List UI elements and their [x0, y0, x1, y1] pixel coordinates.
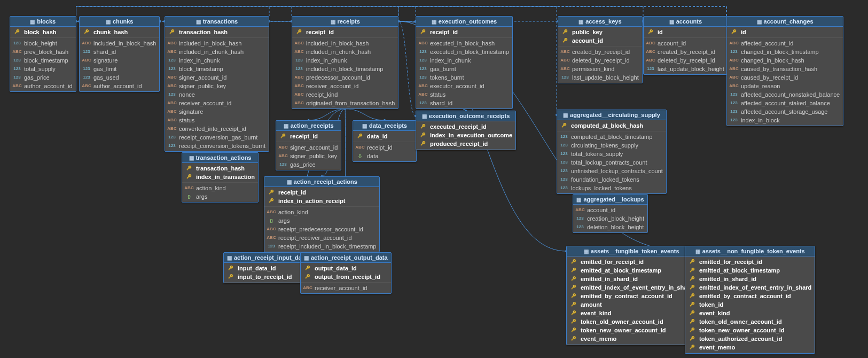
text-type-icon: ABC [560, 48, 570, 56]
key-type-icon: 🔑 [687, 284, 697, 291]
table-aggregated__lockups[interactable]: ▦aggregated__lockupsABCaccount_id123crea… [573, 194, 648, 233]
table-aggregated__circulating_supply[interactable]: ▦aggregated__circulating_supply🔑computed… [557, 110, 667, 194]
column-row: ABCsignature [165, 107, 269, 116]
table-execution_outcomes[interactable]: ▦execution_outcomes🔑receipt_idABCexecute… [416, 16, 513, 109]
columns-section: 123computed_at_block_timestamp123circula… [557, 131, 666, 193]
key-type-icon: 🔑 [303, 264, 312, 272]
table-transactions[interactable]: ▦transactions🔑transaction_hashABCinclude… [165, 16, 269, 152]
column-name: unfinished_lockup_contracts_count [571, 167, 663, 175]
table-execution_outcome_receipts[interactable]: ▦execution_outcome_receipts🔑executed_rec… [416, 111, 516, 150]
table-title-label: account_changes [764, 18, 814, 25]
column-row: 🔑token_new_owner_account_id [685, 326, 815, 334]
column-row: ABCcaused_by_transaction_hash [727, 65, 843, 73]
column-row: 🔑block_hash [10, 28, 76, 36]
table-title-label: execution_outcome_receipts [429, 113, 510, 119]
text-type-icon: ABC [294, 99, 304, 107]
number-type-icon: 123 [418, 57, 428, 64]
column-name: transaction_hash [196, 165, 245, 172]
column-row: 123last_update_block_height [644, 65, 728, 73]
column-name: event_memo [581, 335, 616, 343]
data-type-icon: {} [267, 217, 276, 224]
table-blocks[interactable]: ▦blocks🔑block_hash123block_heightABCprev… [10, 16, 76, 92]
key-type-icon: 🔑 [559, 122, 569, 129]
column-name: id [741, 28, 746, 36]
key-type-icon: 🔑 [569, 284, 578, 291]
table-chunks[interactable]: ▦chunks🔑chunk_hashABCincluded_in_block_h… [79, 16, 160, 92]
table-receipts[interactable]: ▦receipts🔑receipt_idABCincluded_in_block… [292, 16, 398, 109]
table-title: ▦blocks [10, 17, 76, 27]
table-action_receipts[interactable]: ▦action_receipts🔑receipt_idABCsigner_acc… [276, 120, 341, 170]
number-type-icon: 123 [12, 57, 22, 64]
table-title-label: action_receipt_actions [294, 178, 357, 185]
table-assets__fungible_token_events[interactable]: ▦assets__fungible_token_events🔑emitted_f… [566, 246, 697, 345]
primary-key-section: 🔑receipt_id [292, 27, 398, 38]
text-type-icon: ABC [184, 184, 194, 192]
key-type-icon: 🔑 [687, 344, 697, 351]
column-row: 123gas_used [80, 73, 159, 82]
column-name: status [179, 116, 194, 124]
table-title-label: assets__fungible_token_events [591, 248, 679, 254]
column-row: 123gas_burnt [416, 65, 512, 73]
column-name: chunk_hash [93, 28, 128, 36]
table-assets__non_fungible_token_events[interactable]: ▦assets__non_fungible_token_events🔑emitt… [685, 246, 815, 354]
table-transaction_actions[interactable]: ▦transaction_actions🔑transaction_hash🔑in… [182, 152, 259, 203]
column-name: gas_price [24, 74, 50, 81]
column-row: ABCsigner_public_key [276, 152, 341, 160]
column-row: 🔑receipt_id [292, 28, 398, 36]
column-row: ABCsigner_account_id [165, 73, 269, 82]
table-title-label: aggregated__circulating_supply [570, 112, 660, 118]
table-access_keys[interactable]: ▦access_keys🔑public_key🔑account_idABCcre… [558, 16, 643, 83]
key-type-icon: 🔑 [729, 28, 739, 36]
key-type-icon: 🔑 [267, 189, 276, 196]
column-row: 123receipt_included_in_block_timestamp [264, 242, 379, 251]
column-name: index_in_execution_outcome [430, 131, 512, 139]
table-action_receipt_actions[interactable]: ▦action_receipt_actions🔑receipt_id🔑index… [264, 176, 380, 252]
text-type-icon: ABC [560, 65, 570, 73]
table-action_receipt_input_data[interactable]: ▦action_receipt_input_data🔑input_data_id… [223, 252, 310, 283]
relationship-edge [398, 6, 726, 16]
column-name: update_reason [741, 82, 780, 90]
column-name: receiver_account_id [315, 284, 367, 292]
primary-key-section: 🔑receipt_id [276, 131, 341, 142]
table-data_receipts[interactable]: ▦data_receipts🔑data_idABCreceipt_id{}dat… [353, 120, 417, 162]
table-title-label: action_receipt_output_data [311, 254, 388, 261]
column-row: 123affected_account_storage_usage [727, 107, 843, 116]
column-name: emitted_in_shard_id [581, 275, 638, 283]
columns-section: ABCincluded_in_block_hashABCincluded_in_… [165, 38, 269, 151]
table-title: ▦action_receipts [276, 121, 341, 131]
table-icon: ▦ [287, 179, 292, 185]
table-accounts[interactable]: ▦accounts🔑idABCaccount_idABCcreated_by_r… [643, 16, 728, 75]
relationship-edge [345, 109, 385, 120]
table-title: ▦transactions [165, 17, 269, 27]
column-row: 🔑amount [567, 300, 696, 309]
column-row: ABCaction_kind [264, 208, 379, 216]
number-type-icon: 123 [559, 133, 569, 141]
column-row: 🔑emitted_at_block_timestamp [685, 266, 815, 275]
primary-key-section: 🔑data_id [353, 131, 416, 142]
text-type-icon: ABC [167, 48, 177, 56]
text-type-icon: ABC [575, 206, 585, 214]
column-row: 123block_timestamp [10, 56, 76, 65]
column-row: 123unfinished_lockup_contracts_count [557, 167, 666, 175]
number-type-icon: 123 [418, 65, 428, 73]
column-name: total_lockup_contracts_count [571, 159, 647, 166]
number-type-icon: 123 [167, 134, 177, 141]
key-type-icon: 🔑 [569, 267, 578, 274]
text-type-icon: ABC [82, 82, 91, 90]
text-type-icon: ABC [355, 144, 365, 151]
column-row: 🔑id [727, 28, 843, 36]
number-type-icon: 123 [12, 65, 22, 73]
column-name: token_authorized_account_id [699, 335, 782, 343]
primary-key-section: 🔑executed_receipt_id🔑index_in_execution_… [416, 121, 515, 150]
table-action_receipt_output_data[interactable]: ▦action_receipt_output_data🔑output_data_… [300, 252, 392, 294]
column-row: {}data [353, 152, 416, 160]
table-title: ▦execution_outcome_receipts [416, 111, 515, 121]
table-icon: ▦ [196, 19, 201, 25]
number-type-icon: 123 [294, 65, 304, 73]
table-title-label: execution_outcomes [439, 18, 497, 25]
column-row: ABCaccount_id [573, 206, 647, 214]
column-name: affected_account_nonstaked_balance [741, 91, 840, 98]
table-account_changes[interactable]: ▦account_changes🔑idABCaffected_account_i… [726, 16, 843, 126]
column-row: ABCpermission_kind [558, 65, 642, 73]
key-type-icon: 🔑 [569, 335, 578, 343]
